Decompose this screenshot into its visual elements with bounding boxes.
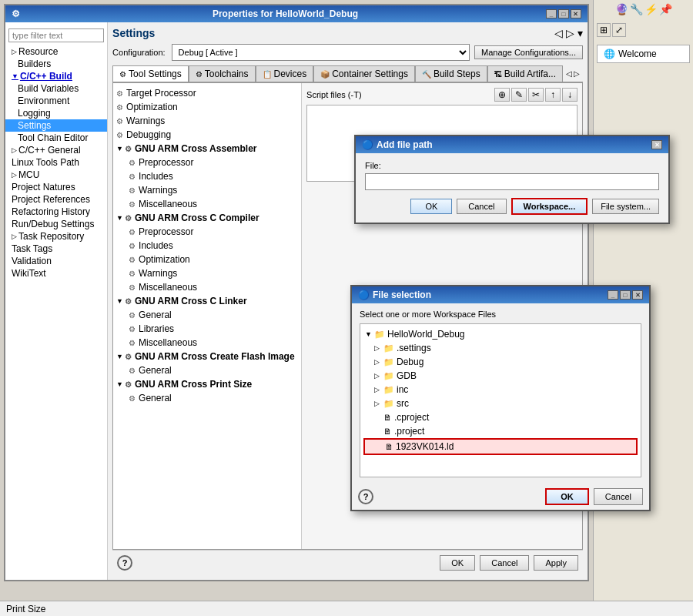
pt-gnu-create-flash[interactable]: ▼ ⚙ GNU ARM Cross Create Flash Image bbox=[113, 350, 301, 363]
add-file-button[interactable]: ⊕ bbox=[494, 88, 510, 102]
pt-asm-misc[interactable]: ⚙ Miscellaneous bbox=[113, 197, 301, 211]
ft-gdb[interactable]: ▷ 📁 GDB bbox=[363, 369, 638, 383]
pt-gnu-print-size[interactable]: ▼ ⚙ GNU ARM Cross Print Size bbox=[113, 377, 301, 391]
sidebar-item-validation[interactable]: Validation bbox=[5, 255, 107, 267]
ft-settings[interactable]: ▷ 📁 .settings bbox=[363, 341, 638, 355]
sidebar-item-mcu[interactable]: ▷ MCU bbox=[5, 169, 107, 181]
welcome-tab[interactable]: 🌐 Welcome bbox=[597, 45, 690, 63]
ok-button[interactable]: OK bbox=[440, 555, 475, 571]
sidebar-item-build-vars[interactable]: Build Variables bbox=[5, 82, 107, 95]
close-button[interactable]: ✕ bbox=[571, 9, 581, 18]
toolbar-icon-3[interactable]: ⚡ bbox=[644, 3, 658, 15]
ft-debug[interactable]: ▷ 📁 Debug bbox=[363, 355, 638, 369]
sidebar-item-linux-tools[interactable]: Linux Tools Path bbox=[5, 156, 107, 169]
sidebar-item-wikitext[interactable]: WikiText bbox=[5, 267, 107, 280]
ft-label: .project bbox=[394, 426, 424, 437]
sidebar-item-refactoring[interactable]: Refactoring History bbox=[5, 206, 107, 218]
sidebar-item-cpp-general[interactable]: ▷ C/C++ General bbox=[5, 144, 107, 156]
ft-project[interactable]: 🗎 .project bbox=[363, 424, 638, 438]
pt-gnu-c-compiler[interactable]: ▼ ⚙ GNU ARM Cross C Compiler bbox=[113, 211, 301, 225]
sidebar-item-cpp-build[interactable]: ▼ C/C++ Build bbox=[5, 70, 107, 82]
scroll-right-icon[interactable]: ▷ bbox=[574, 69, 580, 78]
file-sel-close-btn[interactable]: ✕ bbox=[632, 290, 643, 300]
dialog-filesystem-button[interactable]: File system... bbox=[592, 199, 659, 214]
sidebar-item-settings[interactable]: Settings bbox=[5, 119, 107, 132]
tab-build-steps[interactable]: 🔨 Build Steps bbox=[415, 65, 487, 82]
file-sel-help-button[interactable]: ? bbox=[358, 489, 373, 504]
ft-cproject[interactable]: 🗎 .cproject bbox=[363, 410, 638, 424]
move-down-button[interactable]: ↓ bbox=[562, 88, 578, 102]
pt-debugging[interactable]: ⚙ Debugging bbox=[113, 128, 301, 142]
apply-button[interactable]: Apply bbox=[534, 555, 578, 571]
delete-button[interactable]: ✂ bbox=[528, 88, 544, 102]
sidebar-item-builders[interactable]: Builders bbox=[5, 58, 107, 70]
config-select[interactable]: Debug [ Active ] bbox=[172, 44, 470, 61]
toolbar-icon-2[interactable]: 🔧 bbox=[630, 3, 643, 15]
pt-linker-misc[interactable]: ⚙ Miscellaneous bbox=[113, 336, 301, 350]
help-button[interactable]: ? bbox=[117, 555, 132, 571]
pt-asm-warnings[interactable]: ⚙ Warnings bbox=[113, 183, 301, 197]
move-up-button[interactable]: ↑ bbox=[545, 88, 561, 102]
maximize-button[interactable]: □ bbox=[558, 9, 569, 18]
sidebar-item-environment[interactable]: Environment bbox=[5, 95, 107, 107]
ft-inc[interactable]: ▷ 📁 inc bbox=[363, 383, 638, 397]
pt-linker-libraries[interactable]: ⚙ Libraries bbox=[113, 322, 301, 336]
forward-icon[interactable]: ▷ bbox=[566, 27, 574, 39]
sidebar-item-resource[interactable]: ▷ Resource bbox=[5, 45, 107, 58]
delete-icon: ✂ bbox=[532, 89, 540, 100]
sidebar-item-logging[interactable]: Logging bbox=[5, 107, 107, 119]
pt-gnu-c-linker[interactable]: ▼ ⚙ GNU ARM Cross C Linker bbox=[113, 294, 301, 308]
file-sel-maximize-btn[interactable]: □ bbox=[620, 290, 631, 300]
cancel-button[interactable]: Cancel bbox=[480, 555, 529, 571]
pt-c-optimization[interactable]: ⚙ Optimization bbox=[113, 253, 301, 266]
scroll-left-icon[interactable]: ◁ bbox=[566, 69, 572, 78]
pt-c-includes[interactable]: ⚙ Includes bbox=[113, 239, 301, 253]
dropdown-icon[interactable]: ▾ bbox=[578, 27, 583, 39]
ft-label: inc bbox=[397, 384, 408, 395]
pt-linker-general[interactable]: ⚙ General bbox=[113, 308, 301, 322]
tab-container-settings[interactable]: 📦 Container Settings bbox=[313, 65, 415, 82]
layout-icon[interactable]: ⊞ bbox=[597, 23, 611, 37]
manage-configs-button[interactable]: Manage Configurations... bbox=[474, 45, 583, 59]
sidebar-item-task-repo[interactable]: ▷ Task Repository bbox=[5, 230, 107, 243]
pt-c-misc[interactable]: ⚙ Miscellaneous bbox=[113, 280, 301, 294]
pt-target-processor[interactable]: ⚙ Target Processor bbox=[113, 86, 301, 100]
pt-optimization[interactable]: ⚙ Optimization bbox=[113, 100, 301, 114]
sidebar-item-toolchain-editor[interactable]: Tool Chain Editor bbox=[5, 132, 107, 144]
pt-asm-preprocessor[interactable]: ⚙ Preprocessor bbox=[113, 156, 301, 169]
dialog-close-button[interactable]: ✕ bbox=[651, 140, 662, 149]
toolbar-icon-4[interactable]: 📌 bbox=[659, 3, 672, 15]
sidebar-item-project-references[interactable]: Project References bbox=[5, 193, 107, 206]
tab-devices[interactable]: 📋 Devices bbox=[256, 65, 314, 82]
sidebar-item-task-tags[interactable]: Task Tags bbox=[5, 243, 107, 255]
file-path-input[interactable] bbox=[365, 173, 659, 190]
dialog-ok-button[interactable]: OK bbox=[410, 199, 452, 214]
pt-gnu-asm[interactable]: ▼ ⚙ GNU ARM Cross Assembler bbox=[113, 142, 301, 156]
dialog-cancel-button[interactable]: Cancel bbox=[457, 199, 506, 214]
sidebar-item-project-natures[interactable]: Project Natures bbox=[5, 181, 107, 193]
toolbar-icon-1[interactable]: 🔮 bbox=[615, 3, 628, 15]
pt-flash-general[interactable]: ⚙ General bbox=[113, 363, 301, 377]
pt-print-general[interactable]: ⚙ General bbox=[113, 391, 301, 405]
ft-ld-file[interactable]: 🗎 1923VK014.ld bbox=[363, 438, 638, 455]
ft-src[interactable]: ▷ 📁 src bbox=[363, 397, 638, 410]
tab-tool-settings[interactable]: ⚙ Tool Settings bbox=[112, 65, 189, 83]
pt-asm-includes[interactable]: ⚙ Includes bbox=[113, 169, 301, 183]
pt-warnings[interactable]: ⚙ Warnings bbox=[113, 114, 301, 128]
tab-toolchains[interactable]: ⚙ Toolchains bbox=[189, 65, 256, 82]
maximize-icon[interactable]: ⤢ bbox=[612, 23, 626, 37]
sidebar-item-run-debug[interactable]: Run/Debug Settings bbox=[5, 218, 107, 230]
minimize-button[interactable]: _ bbox=[546, 9, 557, 18]
ft-root[interactable]: ▼ 📁 HelloWorld_Debug bbox=[363, 327, 638, 341]
arrow-icon: ▼ bbox=[116, 353, 123, 360]
file-sel-cancel-button[interactable]: Cancel bbox=[594, 488, 643, 505]
pt-c-preprocessor[interactable]: ⚙ Preprocessor bbox=[113, 225, 301, 239]
filter-input[interactable] bbox=[8, 28, 104, 42]
edit-button[interactable]: ✎ bbox=[511, 88, 527, 102]
dialog-workspace-button[interactable]: Workspace... bbox=[511, 198, 588, 215]
file-sel-minimize-btn[interactable]: _ bbox=[608, 290, 618, 300]
back-icon[interactable]: ◁ bbox=[554, 27, 563, 39]
tab-build-artifacts[interactable]: 🏗 Build Artifa... bbox=[487, 65, 563, 82]
pt-c-warnings[interactable]: ⚙ Warnings bbox=[113, 266, 301, 280]
file-sel-ok-button[interactable]: OK bbox=[545, 488, 589, 505]
